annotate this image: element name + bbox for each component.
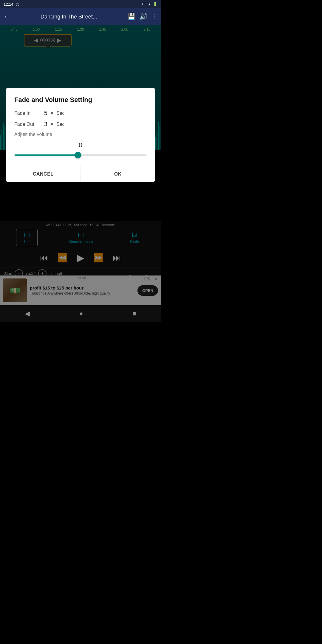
status-left: 12:14 ◎ (4, 2, 19, 7)
battery-icon: 🔋 (153, 2, 157, 6)
fade-in-label: Fade In (14, 111, 44, 116)
fade-out-label: Fade Out (14, 122, 44, 127)
status-right: LTE ▲ 🔋 (140, 2, 157, 6)
app-bar: ← Dancing In The Street... 💾 🔊 ⋮ (0, 8, 161, 25)
status-bar: 12:14 ◎ LTE ▲ 🔋 (0, 0, 161, 8)
dialog-title: Fade and Volume Setting (14, 96, 147, 104)
slider-thumb[interactable] (75, 152, 81, 158)
slider-fill (14, 154, 78, 156)
volume-slider[interactable] (14, 151, 147, 159)
cancel-button[interactable]: CANCEL (6, 166, 81, 182)
volume-button[interactable]: 🔊 (139, 13, 147, 21)
dialog-buttons: CANCEL OK (6, 166, 155, 182)
fade-volume-dialog: Fade and Volume Setting Fade In 5 ▼ Sec … (6, 88, 155, 182)
volume-value: 0 (14, 141, 147, 149)
back-button[interactable]: ← (4, 13, 10, 21)
lte-label: LTE (140, 2, 146, 6)
app-title: Dancing In The Street... (14, 14, 124, 20)
signal-icon: ▲ (148, 2, 151, 6)
status-time: 12:14 (4, 2, 13, 7)
fade-in-row: Fade In 5 ▼ Sec (14, 110, 147, 117)
save-button[interactable]: 💾 (128, 13, 136, 21)
fade-in-dropdown-icon[interactable]: ▼ (50, 111, 54, 116)
more-button[interactable]: ⋮ (151, 13, 157, 21)
ok-button[interactable]: OK (81, 166, 155, 182)
fade-out-value: 3 (44, 121, 47, 128)
fade-out-unit: Sec (56, 122, 65, 127)
fade-in-value: 5 (44, 110, 47, 117)
notification-icon: ◎ (16, 2, 19, 7)
fade-out-dropdown-icon[interactable]: ▼ (50, 122, 54, 127)
dialog-overlay: Fade and Volume Setting Fade In 5 ▼ Sec … (0, 25, 161, 322)
fade-out-row: Fade Out 3 ▼ Sec (14, 121, 147, 128)
adjust-volume-label: Adjust the volume (14, 132, 147, 137)
fade-in-unit: Sec (56, 111, 65, 116)
